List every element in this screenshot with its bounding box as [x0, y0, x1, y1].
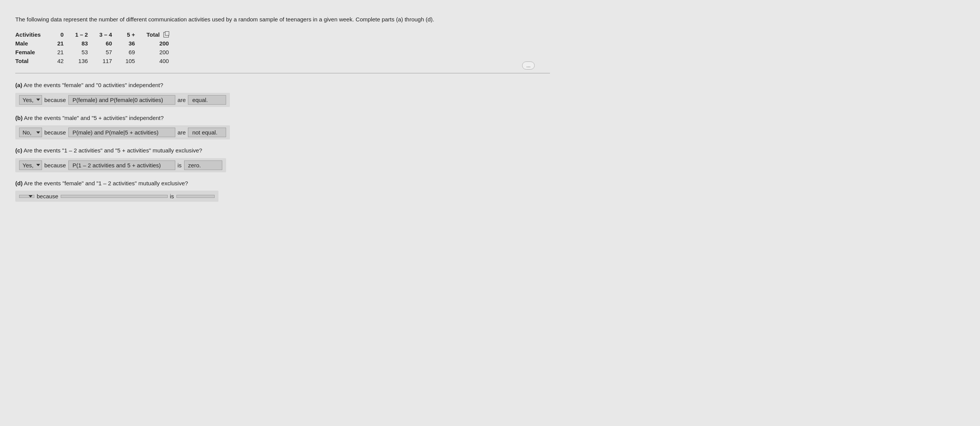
female-total: 200	[146, 48, 180, 57]
part-d-yes-no-dropdown[interactable]	[19, 195, 34, 198]
row-label-female: Female	[15, 48, 52, 57]
part-b-block: (b) Are the events "male" and "5 + activ…	[15, 114, 550, 140]
total-total: 400	[146, 57, 180, 65]
part-b-prob-expr: P(male) and P(male|5 + activities)	[68, 128, 175, 137]
part-a-prob-expr: P(female) and P(female|0 activities)	[68, 95, 175, 105]
total-5plus: 105	[123, 57, 146, 65]
male-3-4: 60	[99, 39, 123, 48]
total-0: 42	[52, 57, 75, 65]
male-5plus: 36	[123, 39, 146, 48]
more-button[interactable]: ...	[522, 62, 535, 70]
female-3-4: 57	[99, 48, 123, 57]
part-c-block: (c) Are the events "1 – 2 activities" an…	[15, 146, 550, 172]
part-c-question: (c) Are the events "1 – 2 activities" an…	[15, 146, 550, 155]
part-a-question: (a) Are the events "female" and "0 activ…	[15, 81, 550, 90]
table-row-total: Total 42 136 117 105 400	[15, 57, 180, 65]
row-label-male: Male	[15, 39, 52, 48]
main-content: The following data represent the number …	[15, 8, 550, 216]
female-1-2: 53	[75, 48, 99, 57]
part-b-result-dropdown[interactable]: not equal.	[188, 128, 226, 137]
part-a-answer-row: Yes, because P(female) and P(female|0 ac…	[15, 93, 230, 107]
part-a-block: (a) Are the events "female" and "0 activ…	[15, 81, 550, 107]
intro-text: The following data represent the number …	[15, 15, 550, 23]
female-5plus: 69	[123, 48, 146, 57]
col-header-1-2: 1 – 2	[75, 30, 99, 39]
part-d-answer-row: because is	[15, 191, 218, 202]
male-total: 200	[146, 39, 180, 48]
dropdown-arrow-icon	[36, 131, 40, 134]
dropdown-arrow-icon	[36, 164, 40, 166]
col-header-total: Total	[146, 30, 180, 39]
part-b-yes-no-dropdown[interactable]: No,	[19, 128, 42, 137]
dropdown-arrow-icon	[36, 99, 40, 101]
row-label-total: Total	[15, 57, 52, 65]
part-b-answer-row: No, because P(male) and P(male|5 + activ…	[15, 125, 230, 139]
copy-icon[interactable]	[163, 32, 169, 37]
part-c-prob-expr: P(1 – 2 activities and 5 + activities)	[68, 160, 175, 170]
table-row-female: Female 21 53 57 69 200	[15, 48, 180, 57]
part-d-block: (d) Are the events "female" and "1 – 2 a…	[15, 179, 550, 202]
female-0: 21	[52, 48, 75, 57]
horizontal-divider	[15, 73, 550, 73]
male-1-2: 83	[75, 39, 99, 48]
part-c-result: zero.	[184, 160, 222, 170]
part-c-yes-no-dropdown[interactable]: Yes,	[19, 160, 42, 170]
total-3-4: 117	[99, 57, 123, 65]
col-header-0: 0	[52, 30, 75, 39]
data-table: Activities 0 1 – 2 3 – 4 5 + Total Male …	[15, 30, 180, 65]
part-d-question: (d) Are the events "female" and "1 – 2 a…	[15, 179, 550, 188]
total-1-2: 136	[75, 57, 99, 65]
divider-area: ...	[15, 73, 550, 81]
part-b-question: (b) Are the events "male" and "5 + activ…	[15, 114, 550, 123]
col-header-3-4: 3 – 4	[99, 30, 123, 39]
table-row-male: Male 21 83 60 36 200	[15, 39, 180, 48]
dropdown-arrow-icon	[29, 195, 32, 198]
part-c-answer-row: Yes, because P(1 – 2 activities and 5 + …	[15, 158, 226, 172]
part-d-prob-expr-dropdown[interactable]	[61, 195, 168, 198]
col-header-activities: Activities	[15, 30, 52, 39]
part-d-result-dropdown[interactable]	[176, 195, 215, 198]
col-header-5plus: 5 +	[123, 30, 146, 39]
part-a-yes-no-dropdown[interactable]: Yes,	[19, 95, 42, 105]
male-0: 21	[52, 39, 75, 48]
part-a-result: equal.	[188, 95, 226, 105]
